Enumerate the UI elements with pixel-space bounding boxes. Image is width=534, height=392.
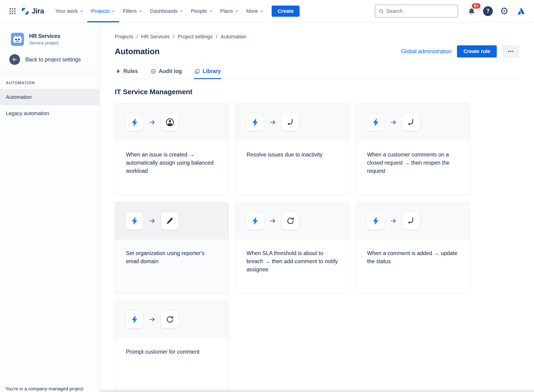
assignee-icon [165, 118, 175, 127]
lightning-icon [372, 118, 380, 126]
template-card-prompt-customer[interactable]: Prompt customer for comment [115, 300, 229, 392]
help-icon: ? [483, 6, 493, 16]
card-icon-area [356, 202, 470, 239]
global-administration-link[interactable]: Global administration [401, 48, 451, 55]
chevron-down-icon [235, 9, 239, 13]
trigger-tile [367, 212, 385, 230]
search-input[interactable] [386, 8, 454, 14]
template-card-resolve-inactivity[interactable]: Resolve issues due to inactivity [235, 103, 349, 195]
action-tile [402, 113, 420, 131]
nav-item-more[interactable]: More [243, 0, 267, 22]
nav-item-your-work[interactable]: Your work [52, 0, 87, 22]
check-circle-icon [151, 69, 156, 74]
nav-item-label: Projects [91, 8, 110, 14]
tab-rules[interactable]: Rules [115, 67, 139, 79]
breadcrumb-projects[interactable]: Projects [115, 34, 133, 40]
nav-item-plans[interactable]: Plans [216, 0, 243, 22]
breadcrumb-hr-services[interactable]: HR Services [141, 34, 170, 40]
action-tile [282, 113, 299, 131]
nav-item-label: Dashboards [150, 8, 178, 14]
trigger-tile [126, 212, 143, 230]
branch-icon [286, 118, 295, 127]
edit-icon [166, 216, 174, 225]
chevron-down-icon [111, 9, 115, 13]
trigger-tile [367, 113, 385, 131]
nav-item-dashboards[interactable]: Dashboards [146, 0, 187, 22]
nav-item-filters[interactable]: Filters [119, 0, 146, 22]
arrow-right-icon [148, 316, 156, 323]
template-card-balanced-workload[interactable]: When an issue is created → automatically… [115, 103, 229, 195]
template-card-sla-breach[interactable]: When SLA threshold is about to breach → … [235, 202, 349, 294]
sidebar-item-legacy-automation[interactable]: Legacy automation [0, 105, 99, 121]
jira-logo[interactable]: Jira [21, 7, 44, 15]
atlassian-button[interactable] [514, 5, 527, 18]
trigger-tile [126, 311, 143, 328]
nav-item-label: People [191, 8, 207, 14]
chevron-down-icon [260, 9, 264, 13]
chevron-down-icon [139, 9, 143, 13]
card-icon-area [115, 103, 228, 141]
nav-item-people[interactable]: People [187, 0, 216, 22]
lightning-icon [251, 217, 259, 225]
card-title: When an issue is created → automatically… [126, 151, 217, 175]
breadcrumb-separator: / [136, 34, 138, 40]
template-card-set-organization[interactable]: Set organization using reporter's email … [115, 202, 229, 294]
tab-library[interactable]: Library [194, 67, 221, 79]
action-tile [161, 113, 179, 131]
more-options-button[interactable] [502, 45, 519, 57]
search-box[interactable] [375, 5, 458, 18]
action-tile [402, 212, 420, 230]
tab-audit-log[interactable]: Audit log [150, 67, 183, 79]
card-icon-area [236, 103, 349, 141]
breadcrumb-separator: / [173, 34, 174, 40]
page-title: Automation [115, 47, 159, 56]
template-card-comment-update-status[interactable]: When a comment is added → update the sta… [356, 202, 470, 294]
action-tile [282, 212, 299, 230]
breadcrumb-automation[interactable]: Automation [221, 34, 247, 40]
nav-item-label: Plans [220, 8, 233, 14]
lightning-icon [130, 217, 139, 225]
trigger-tile [126, 113, 143, 131]
card-icon-area [115, 301, 228, 338]
tab-bar: Rules Audit log Library [115, 67, 519, 79]
top-navigation: Jira Your work Projects Filters Dashboar… [0, 0, 534, 23]
arrow-right-icon [269, 217, 277, 225]
notifications-button[interactable]: 9+ [465, 5, 478, 18]
app-switcher-button[interactable] [6, 5, 19, 18]
tab-label: Library [203, 68, 221, 75]
create-button[interactable]: Create [272, 6, 300, 17]
project-type: Service project [29, 40, 60, 46]
lightning-icon [115, 69, 121, 74]
help-button[interactable]: ? [482, 5, 494, 18]
branch-icon [407, 118, 415, 127]
template-card-reopen-request[interactable]: When a customer comments on a closed req… [356, 103, 470, 195]
action-tile [161, 311, 179, 328]
jira-logo-icon [21, 7, 29, 15]
settings-button[interactable]: ⚙ [498, 5, 511, 18]
arrow-right-icon [390, 119, 397, 126]
card-title: Resolve issues due to inactivity [247, 151, 338, 159]
card-icon-area [356, 103, 470, 141]
back-to-project-settings[interactable]: Back to project settings [0, 48, 99, 70]
sidebar-section-title: AUTOMATION [0, 72, 99, 89]
nav-item-projects[interactable]: Projects [87, 0, 119, 22]
card-icon-area [236, 202, 349, 239]
chevron-down-icon [209, 9, 213, 13]
app-grid-icon [9, 7, 17, 15]
create-rule-button[interactable]: Create rule [457, 45, 497, 57]
project-header: HR Services Service project [0, 33, 99, 48]
template-card-grid: When an issue is created → automatically… [115, 103, 519, 392]
refresh-icon [286, 216, 295, 225]
refresh-icon [166, 315, 174, 324]
gear-icon: ⚙ [500, 6, 509, 16]
lightning-icon [251, 118, 259, 126]
breadcrumb-project-settings[interactable]: Project settings [178, 34, 213, 40]
sidebar-item-label: Automation [6, 94, 32, 100]
card-title: Prompt customer for comment [126, 348, 217, 356]
nav-item-label: Your work [55, 8, 78, 14]
arrow-right-icon [390, 217, 397, 225]
arrow-left-icon [12, 56, 18, 63]
trigger-tile [246, 113, 264, 131]
sidebar-item-automation[interactable]: Automation [0, 89, 99, 105]
search-icon [378, 8, 384, 14]
